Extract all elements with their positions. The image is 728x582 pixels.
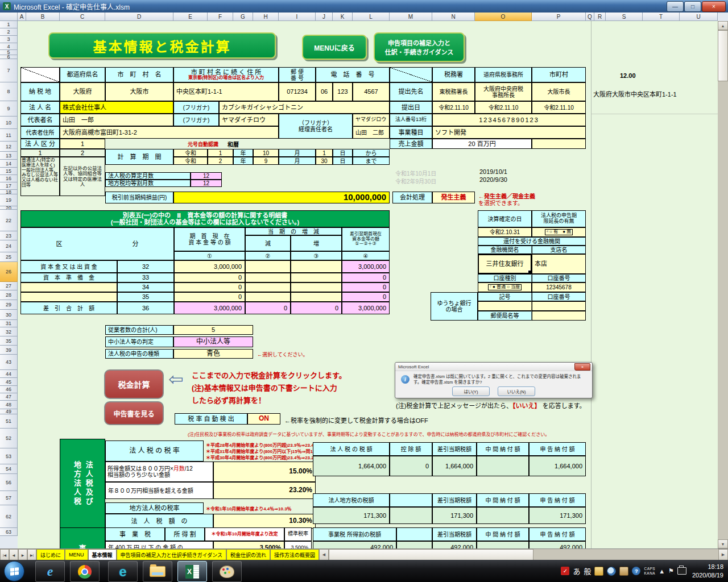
- rate3-cell[interactable]: 10.30%: [213, 514, 316, 529]
- ime-help-icon[interactable]: ?: [632, 567, 640, 575]
- keiri-kana-cell[interactable]: ヤマダジロウ: [353, 114, 390, 126]
- row35-c2[interactable]: [245, 292, 291, 302]
- row-header[interactable]: 18: [0, 190, 18, 194]
- sheet-tab[interactable]: 税金仕訳の流れ: [226, 549, 270, 560]
- bango-cell[interactable]: 1234567890123: [432, 114, 586, 126]
- row33-c3[interactable]: [291, 273, 342, 282]
- row-header[interactable]: 49: [0, 409, 18, 414]
- kubun-cell[interactable]: 1: [60, 139, 105, 149]
- keiri-cell[interactable]: 山田 二郎: [353, 126, 390, 139]
- koza-no2-cell[interactable]: [532, 301, 586, 311]
- month2-cell[interactable]: 9: [253, 157, 279, 165]
- guidance-button[interactable]: 申告項目の補足入力と 仕訳・手続きガイダンス: [374, 32, 465, 62]
- year2-cell[interactable]: 2: [208, 157, 233, 165]
- row33-c2[interactable]: [245, 273, 291, 282]
- sheet-tab[interactable]: 申告項目の補足入力と仕訳手続きガイダンス: [117, 549, 226, 560]
- row32-c3[interactable]: [291, 260, 342, 273]
- row-header[interactable]: 9: [0, 101, 18, 117]
- tab-nav-button[interactable]: ▶|: [27, 549, 36, 560]
- row-header[interactable]: 11: [0, 129, 18, 142]
- rieki-cell[interactable]: 10,000,000: [173, 192, 390, 203]
- tax-calc-button[interactable]: 税金計算: [104, 369, 164, 399]
- row-header[interactable]: 29: [0, 300, 18, 310]
- row-header[interactable]: 56: [0, 474, 18, 491]
- row-header[interactable]: 12: [0, 142, 18, 152]
- encho-cell[interactable]: 4 ○ 有 ● 無: [532, 227, 586, 237]
- row-header[interactable]: 28: [0, 290, 18, 300]
- day2-cell[interactable]: 30: [316, 157, 333, 165]
- zip-cell[interactable]: 071234: [279, 82, 316, 101]
- row-header[interactable]: 15: [0, 168, 18, 175]
- row32-c1[interactable]: 3,000,000: [174, 260, 245, 273]
- column-header[interactable]: M: [390, 13, 432, 21]
- horizontal-scrollbar[interactable]: ◀ ▶: [319, 549, 728, 560]
- ime-mode-general[interactable]: 般: [584, 566, 591, 576]
- network-icon[interactable]: [677, 567, 686, 575]
- row-header[interactable]: 30: [0, 310, 18, 320]
- ime-toolbox-icon[interactable]: [619, 567, 628, 576]
- row-header[interactable]: 17: [0, 182, 18, 190]
- gessu2-cell[interactable]: 12: [191, 180, 222, 187]
- row-header[interactable]: 45: [0, 378, 18, 386]
- koza-no-cell[interactable]: 12345678: [532, 282, 586, 292]
- start-button[interactable]: [4, 561, 24, 581]
- column-header[interactable]: G: [233, 13, 253, 21]
- column-header[interactable]: E: [173, 13, 208, 21]
- row-header[interactable]: 16: [0, 175, 18, 182]
- row-header[interactable]: 46: [0, 386, 18, 393]
- column-header[interactable]: D: [105, 13, 173, 21]
- row-header[interactable]: 19: [0, 194, 18, 206]
- uriage-cell[interactable]: 20 百万円: [432, 139, 532, 149]
- row-header[interactable]: 2: [0, 28, 18, 36]
- row32-c2[interactable]: [245, 260, 291, 273]
- taskbar-item-paint[interactable]: [212, 561, 242, 582]
- gessu1-cell[interactable]: 12: [191, 172, 222, 180]
- action-center-flag-icon[interactable]: ⚑: [668, 567, 674, 575]
- row-header[interactable]: 24: [0, 240, 18, 252]
- view-return-button[interactable]: 申告書を見る: [104, 401, 164, 425]
- houjin-cell[interactable]: 株式会社仕事人: [60, 101, 173, 114]
- hidden-icons-button[interactable]: ▲: [659, 568, 665, 575]
- tel2-cell[interactable]: 123: [333, 82, 353, 101]
- row-header[interactable]: 31: [0, 320, 18, 327]
- day1-cell[interactable]: 1: [316, 149, 333, 157]
- teishutsu1-cell[interactable]: 東税務署長: [432, 82, 475, 101]
- row-header[interactable]: 5: [0, 50, 18, 55]
- row34-c2[interactable]: [245, 282, 291, 292]
- column-header[interactable]: T: [643, 13, 680, 21]
- close-button[interactable]: ×: [702, 1, 726, 12]
- row-header[interactable]: 13: [0, 152, 18, 160]
- teishutsu2-cell[interactable]: 大阪府中央府税 事務所長: [475, 82, 532, 101]
- taskbar-item-chrome[interactable]: [70, 561, 100, 582]
- row-header[interactable]: 26: [0, 262, 18, 282]
- ime-status-icon[interactable]: ✓: [561, 567, 569, 575]
- kigo-cell[interactable]: [478, 301, 532, 311]
- shinkoku-cell[interactable]: 青色: [173, 349, 253, 359]
- row-header[interactable]: 47: [0, 393, 18, 401]
- row-header[interactable]: 14: [0, 160, 18, 168]
- koza-type-radio-group[interactable]: 7 ● 普通 ○ 当座: [488, 284, 522, 290]
- row-header[interactable]: 62: [0, 505, 18, 528]
- row-header[interactable]: 22: [0, 210, 18, 231]
- row-header[interactable]: 39: [0, 346, 18, 355]
- city-cell[interactable]: 大阪市: [105, 82, 173, 101]
- row-header[interactable]: 48: [0, 401, 18, 409]
- era1-cell[interactable]: 令和: [173, 149, 208, 157]
- column-header[interactable]: I: [279, 13, 316, 21]
- row-header[interactable]: 27: [0, 282, 18, 290]
- koza-type-cell[interactable]: 7 ● 普通 ○ 当座: [478, 282, 532, 292]
- column-header[interactable]: Q: [586, 13, 594, 21]
- tel1-cell[interactable]: 06: [316, 82, 333, 101]
- scroll-left-icon[interactable]: ◀: [319, 549, 329, 560]
- column-header[interactable]: F: [208, 13, 233, 21]
- row-header[interactable]: 44: [0, 370, 18, 378]
- yubin-cell[interactable]: [532, 311, 586, 321]
- sheet-tab[interactable]: はじめに: [36, 549, 65, 560]
- jusho-cell[interactable]: 大阪府高槻市富田町1-31-2: [60, 126, 279, 139]
- tab-nav-button[interactable]: ◀: [9, 549, 18, 560]
- row34-c1[interactable]: 0: [174, 282, 245, 292]
- hi1-cell[interactable]: 令和2.11.10: [432, 101, 475, 114]
- taskbar-item-ie[interactable]: e: [35, 561, 65, 582]
- row-header[interactable]: 52: [0, 429, 18, 448]
- row-header[interactable]: 4: [0, 43, 18, 50]
